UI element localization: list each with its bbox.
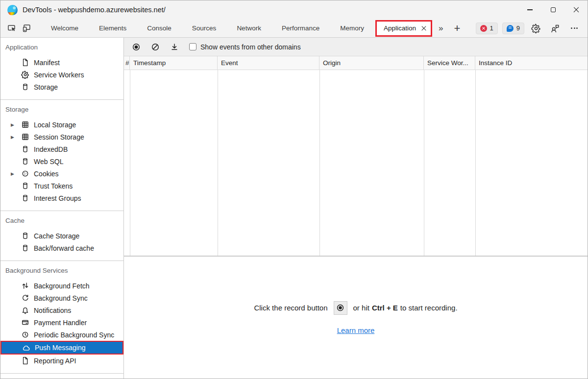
column-header-number[interactable]: # [124,56,130,70]
tab-sources[interactable]: Sources [182,19,227,37]
column-header-timestamp[interactable]: Timestamp [130,56,218,70]
sync-icon [21,294,29,302]
sidebar-item-local-storage[interactable]: ▶ Local Storage [0,118,123,131]
fetch-arrows-icon [21,282,29,290]
sidebar-item-background-sync[interactable]: Background Sync [0,292,123,304]
record-icon [336,304,344,312]
window-title: DevTools - webpushdemo.azurewebsites.net… [23,6,166,14]
tab-application-label: Application [384,24,416,32]
section-title-storage: Storage [0,104,123,114]
issues-count: 9 [516,24,520,32]
show-events-checkbox-group: Show events from other domains [189,43,301,51]
sidebar-item-indexeddb[interactable]: IndexedDB [0,143,123,155]
empty-state-prefix: Click the record button [254,304,327,312]
more-options-button[interactable] [567,21,582,36]
section-title-cache: Cache [0,215,123,225]
database-icon [21,194,29,202]
more-menu-icon [569,27,580,29]
sidebar-item-periodic-background-sync[interactable]: Periodic Background Sync [0,329,123,341]
sidebar-section-storage: Storage ▶ Local Storage ▶ Session Storag… [0,100,123,211]
clear-button[interactable] [148,40,163,54]
inline-record-button[interactable] [334,301,347,315]
column-header-instance-id[interactable]: Instance ID [475,56,588,70]
payment-card-icon [21,318,29,327]
column-header-event[interactable]: Event [218,56,319,70]
expander-icon[interactable]: ▶ [6,171,21,176]
sidebar-item-cache-storage[interactable]: Cache Storage [0,230,123,242]
column-header-origin[interactable]: Origin [319,56,424,70]
bell-icon [21,306,29,314]
record-button[interactable] [129,40,144,54]
save-events-button[interactable] [167,40,182,54]
column-separator [319,70,320,256]
feedback-people-icon [550,24,560,33]
settings-gear-icon [531,24,541,33]
inspect-element-button[interactable] [4,21,19,36]
show-events-checkbox[interactable] [189,43,196,50]
expander-icon[interactable]: ▶ [6,135,21,140]
tab-application-active[interactable]: Application [375,20,432,37]
settings-button[interactable] [529,21,543,36]
sidebar-item-background-fetch[interactable]: Background Fetch [0,280,123,292]
empty-state-message: Click the record button or hit Ctrl + E … [254,301,457,315]
add-tab-button[interactable]: + [448,22,466,35]
error-badge-icon [480,25,487,32]
close-icon [573,7,579,13]
tabbar-right-cluster: 1 9 [476,21,588,36]
sidebar-item-trust-tokens[interactable]: Trust Tokens [0,180,123,192]
more-tabs-button[interactable]: » [433,24,448,33]
tab-console[interactable]: Console [137,19,182,37]
feedback-button[interactable] [548,21,563,36]
sidebar-item-reporting-api[interactable]: Reporting API [0,355,123,367]
sidebar-item-service-workers[interactable]: Service Workers [0,69,123,81]
keyboard-shortcut: Ctrl + E [372,304,398,312]
section-title-background-services: Background Services [0,265,123,275]
sidebar-section-background-services: Background Services Background Fetch Bac… [0,261,123,374]
issues-count-badge[interactable]: 9 [502,23,524,34]
learn-more-link[interactable]: Learn more [337,326,375,334]
table-icon [21,120,29,129]
clock-icon [21,331,29,339]
database-icon [21,145,29,153]
tab-elements[interactable]: Elements [89,19,137,37]
file-icon [21,58,29,67]
expander-icon[interactable]: ▶ [6,122,21,127]
empty-state-suffix: to start recording. [400,304,458,312]
application-sidebar: Application Manifest Service Workers Sto… [0,38,124,379]
sidebar-item-web-sql[interactable]: Web SQL [0,155,123,167]
sidebar-item-storage[interactable]: Storage [0,81,123,93]
inspect-element-icon [7,24,17,33]
sidebar-item-push-messaging[interactable]: Push Messaging [0,341,123,355]
gear-icon [21,71,29,79]
window-titlebar: DevTools - webpushdemo.azurewebsites.net… [0,0,588,19]
tab-performance[interactable]: Performance [271,19,330,37]
database-icon [21,232,29,240]
tab-memory[interactable]: Memory [330,19,374,37]
events-table-header: # Timestamp Event Origin Service Wor... … [124,56,588,70]
database-icon [21,244,29,252]
maximize-button[interactable] [541,0,564,19]
device-emulation-button[interactable] [19,21,34,36]
sidebar-item-manifest[interactable]: Manifest [0,56,123,69]
empty-state-middle: or hit [353,304,369,312]
sidebar-item-notifications[interactable]: Notifications [0,304,123,316]
sidebar-item-interest-groups[interactable]: Interest Groups [0,192,123,204]
tab-welcome[interactable]: Welcome [41,19,89,37]
close-button[interactable] [564,0,588,19]
sidebar-item-cookies[interactable]: ▶ Cookies [0,167,123,180]
minimize-icon [527,9,533,10]
sidebar-item-back-forward-cache[interactable]: Back/forward cache [0,242,123,254]
column-header-service-worker[interactable]: Service Wor... [424,56,475,70]
sidebar-item-payment-handler[interactable]: Payment Handler [0,316,123,329]
error-count-badge[interactable]: 1 [476,23,498,34]
device-emulation-icon [22,24,31,33]
save-icon [170,43,179,51]
minimize-button[interactable] [518,0,541,19]
record-icon [132,43,141,51]
maximize-icon [551,7,556,12]
tab-close-icon[interactable] [421,25,426,31]
column-separator [424,70,424,256]
edge-devtools-logo [7,5,18,15]
sidebar-item-session-storage[interactable]: ▶ Session Storage [0,131,123,143]
tab-network[interactable]: Network [226,19,271,37]
